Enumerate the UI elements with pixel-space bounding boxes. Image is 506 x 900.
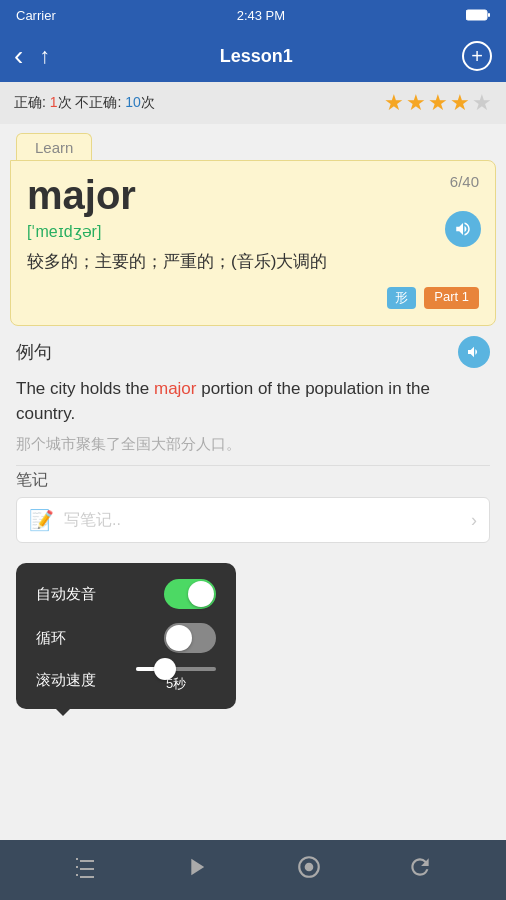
- loop-label: 循环: [36, 629, 66, 648]
- notes-input-row[interactable]: 📝 写笔记.. ›: [16, 497, 490, 543]
- example-audio-button[interactable]: [458, 336, 490, 368]
- section-header: 例句: [16, 336, 490, 368]
- section-title: 例句: [16, 340, 52, 364]
- speed-slider-row: [136, 667, 216, 671]
- settings-icon[interactable]: [73, 855, 97, 885]
- stats-mid: 次 不正确:: [58, 94, 126, 110]
- settings-loop-row: 循环: [36, 623, 216, 653]
- example-zh: 那个城市聚集了全国大部分人口。: [16, 433, 490, 456]
- example-en: The city holds the major portion of the …: [16, 376, 490, 427]
- stats-row: 正确: 1次 不正确: 10次 ★ ★ ★ ★ ★: [0, 82, 506, 124]
- notes-section: 笔记 📝 写笔记.. ›: [0, 466, 506, 553]
- refresh-icon: [407, 854, 433, 880]
- example-section: 例句 The city holds the major portion of t…: [0, 326, 506, 466]
- tag-part: Part 1: [424, 287, 479, 309]
- incorrect-count: 10: [125, 94, 141, 110]
- example-speaker-icon: [466, 344, 482, 360]
- play-icon: [182, 853, 210, 881]
- correct-count: 1: [50, 94, 58, 110]
- nav-left: ‹ ↑: [14, 40, 50, 72]
- stats-label: 正确:: [14, 94, 50, 110]
- learn-card-inner: 6/40 major [ˈmeɪdʒər] 较多的；主要的；严重的；(音乐)大调…: [10, 160, 496, 326]
- card-counter: 6/40: [450, 173, 479, 190]
- speed-slider-container: 5秒: [136, 667, 216, 693]
- record-button[interactable]: [296, 854, 322, 886]
- example-en-highlight: major: [154, 379, 197, 398]
- add-button[interactable]: +: [462, 41, 492, 71]
- toggle-knob-on: [188, 581, 214, 607]
- scroll-speed-label: 滚动速度: [36, 671, 96, 690]
- notes-chevron-icon: ›: [471, 510, 477, 531]
- example-en-part1: The city holds the: [16, 379, 154, 398]
- star-3: ★: [428, 90, 448, 116]
- pronunciation: [ˈmeɪdʒər]: [27, 222, 479, 241]
- auto-sound-toggle[interactable]: [164, 579, 216, 609]
- star-4: ★: [450, 90, 470, 116]
- notes-label: 笔记: [16, 470, 490, 491]
- svg-point-4: [304, 863, 313, 872]
- status-right: [466, 9, 490, 21]
- nav-bar: ‹ ↑ Lesson1 +: [0, 30, 506, 82]
- up-button[interactable]: ↑: [39, 43, 50, 69]
- speed-slider-track[interactable]: [136, 667, 216, 671]
- play-button[interactable]: [182, 853, 210, 887]
- nav-title: Lesson1: [220, 46, 293, 67]
- record-icon: [296, 854, 322, 880]
- auto-sound-label: 自动发音: [36, 585, 96, 604]
- card-tags: 形 Part 1: [27, 287, 479, 309]
- svg-rect-2: [488, 13, 490, 17]
- stats-unit: 次: [141, 94, 155, 110]
- learn-tab[interactable]: Learn: [16, 133, 92, 161]
- definition: 较多的；主要的；严重的；(音乐)大调的: [27, 249, 479, 275]
- battery-icon: [466, 9, 490, 21]
- settings-popup: 自动发音 循环 滚动速度 5秒: [16, 563, 236, 709]
- bottom-bar: [0, 840, 506, 900]
- stars-container: ★ ★ ★ ★ ★: [384, 90, 492, 116]
- learn-card: Learn 6/40 major [ˈmeɪdʒər] 较多的；主要的；严重的；…: [10, 132, 496, 326]
- time-label: 2:43 PM: [237, 8, 285, 23]
- refresh-button[interactable]: [407, 854, 433, 886]
- back-button[interactable]: ‹: [14, 40, 23, 72]
- tag-type: 形: [387, 287, 416, 309]
- notes-edit-icon: 📝: [29, 508, 54, 532]
- status-bar: Carrier 2:43 PM: [0, 0, 506, 30]
- loop-toggle[interactable]: [164, 623, 216, 653]
- toggle-knob-off: [166, 625, 192, 651]
- notes-placeholder: 写笔记..: [64, 510, 461, 531]
- settings-auto-sound-row: 自动发音: [36, 579, 216, 609]
- settings-scroll-speed-row: 滚动速度 5秒: [36, 667, 216, 693]
- carrier-label: Carrier: [16, 8, 56, 23]
- speaker-icon: [454, 220, 472, 238]
- sliders-icon: [73, 855, 97, 879]
- star-5: ★: [472, 90, 492, 116]
- star-1: ★: [384, 90, 404, 116]
- card-audio-button[interactable]: [445, 211, 481, 247]
- word-main: major: [27, 173, 479, 218]
- svg-rect-1: [467, 11, 486, 19]
- stats-text: 正确: 1次 不正确: 10次: [14, 94, 155, 112]
- speed-slider-knob[interactable]: [154, 658, 176, 680]
- star-2: ★: [406, 90, 426, 116]
